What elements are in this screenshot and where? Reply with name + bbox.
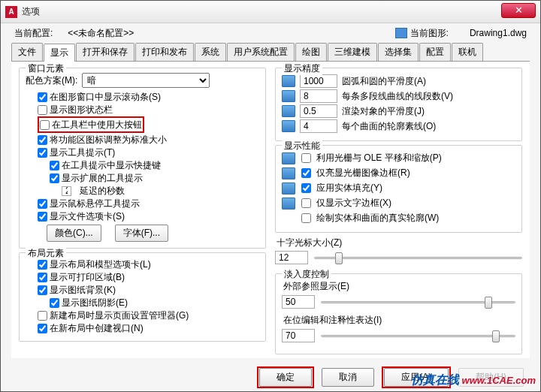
arc-smooth-input[interactable] [300,74,337,88]
perf-icon [282,152,295,164]
perf-icon [282,167,295,179]
show-statusbar-label: 显示图形状态栏 [50,104,113,116]
precision-icon [282,120,295,132]
precision-icon [282,75,295,87]
text-frame-checkbox[interactable] [301,198,311,208]
solid-fill-checkbox[interactable] [301,183,311,193]
group-title: 窗口元素 [26,62,66,75]
render-smooth-input[interactable] [300,104,337,118]
show-ext-tip-checkbox[interactable] [50,173,59,183]
raster-ole-checkbox[interactable] [301,153,311,163]
contour-input[interactable] [300,119,337,133]
font-button[interactable]: 字体(F)... [115,225,168,242]
edit-label: 在位编辑和注释性表达(I) [283,314,515,327]
page-setup-checkbox[interactable] [38,311,47,321]
profile-label: 当前配置: [14,27,53,40]
show-shortcut-label: 在工具提示中显示快捷键 [62,159,161,171]
display-precision-group: 显示精度 圆弧和圆的平滑度(A) 每条多段线曲线的线段数(V) 渲染对象的平滑度… [275,68,522,141]
show-print-label: 显示可打印区域(B) [50,271,125,283]
tab-5[interactable]: 用户系统配置 [227,43,295,61]
group-title: 显示性能 [282,140,322,152]
resize-ribbon-label: 将功能区图标调整为标准大小 [50,134,167,146]
text-frame-label: 仅显示文字边框(X) [316,197,391,210]
perf-icon [282,182,295,194]
show-tooltips-label: 显示工具提示(T) [50,146,115,158]
close-button[interactable]: ✕ [501,3,536,18]
solid-fill-label: 应用实体填充(Y) [316,182,382,194]
show-scroll-checkbox[interactable] [38,92,47,102]
drawing-label: 当前图形: [410,27,449,40]
raster-frame-label: 仅亮显光栅图像边框(R) [316,167,410,179]
large-buttons-label: 在工具栏中使用大按钮 [52,119,142,131]
show-file-tabs-label: 显示文件选项卡(S) [50,210,125,222]
contour-label: 每个曲面的轮廓素线(O) [342,120,436,133]
delay-input[interactable] [62,186,71,196]
raster-frame-checkbox[interactable] [301,168,311,178]
true-silhouette-label: 绘制实体和曲面的真实轮廓(W) [316,212,439,225]
true-silhouette-checkbox[interactable] [301,213,311,223]
crosshair-input[interactable] [275,251,308,264]
tab-1[interactable]: 显示 [44,44,75,62]
window-title: 选项 [22,5,40,18]
create-vp-label: 在新布局中创建视口(N) [50,322,144,334]
window-elements-group: 窗口元素 配色方案(M): 暗 在图形窗口中显示滚动条(S) 显示图形状态栏 在… [19,68,266,249]
xref-slider[interactable] [321,294,515,309]
precision-icon [282,90,295,102]
render-smooth-label: 渲染对象的平滑度(J) [342,105,425,118]
perf-icon [282,198,295,210]
group-title: 显示精度 [282,62,322,75]
tab-7[interactable]: 三维建模 [328,43,377,61]
show-tabs-checkbox[interactable] [38,260,47,270]
tab-4[interactable]: 系统 [195,43,226,61]
show-shadow-checkbox[interactable] [50,298,59,308]
show-shadow-label: 显示图纸阴影(E) [62,297,128,309]
group-title: 布局元素 [26,247,66,260]
resize-ribbon-checkbox[interactable] [38,135,47,145]
show-tabs-label: 显示布局和模型选项卡(L) [50,258,151,270]
tab-9[interactable]: 配置 [419,43,451,61]
show-hover-checkbox[interactable] [38,199,47,209]
precision-icon [282,105,295,117]
show-statusbar-checkbox[interactable] [38,105,47,115]
drawing-icon [395,28,407,38]
scheme-select[interactable]: 暗 [82,73,210,88]
highlighted-option: 在工具栏中使用大按钮 [38,116,144,133]
show-print-checkbox[interactable] [38,273,47,282]
crosshair-title: 十字光标大小(Z) [277,237,522,249]
delay-label: 延迟的秒数 [80,185,125,197]
show-bg-checkbox[interactable] [38,285,47,295]
raster-ole-label: 利用光栅与 OLE 平移和缩放(P) [316,152,442,164]
show-bg-label: 显示图纸背景(K) [50,284,116,296]
page-setup-label: 新建布局时显示页面设置管理器(G) [50,309,189,321]
display-perf-group: 显示性能 利用光栅与 OLE 平移和缩放(P) 仅亮显光栅图像边框(R) 应用实… [275,145,522,233]
show-file-tabs-checkbox[interactable] [38,212,47,222]
tab-10[interactable]: 联机 [452,43,483,61]
tab-0[interactable]: 文件 [11,43,43,61]
cancel-button[interactable]: 取消 [322,368,374,387]
tab-8[interactable]: 选择集 [378,43,419,61]
large-buttons-checkbox[interactable] [40,120,50,130]
fade-group: 淡入度控制 外部参照显示(E) 在位编辑和注释性表达(I) [275,273,522,354]
show-scroll-label: 在图形窗口中显示滚动条(S) [50,91,161,103]
show-tooltips-checkbox[interactable] [38,148,47,158]
watermark: 仿真在线www.1CAE.com [411,372,536,388]
color-button[interactable]: 颜色(C)... [47,225,101,242]
scheme-label: 配色方案(M): [26,74,77,87]
poly-seg-label: 每条多段线曲线的线段数(V) [342,90,453,103]
arc-smooth-label: 圆弧和圆的平滑度(A) [342,75,426,88]
ok-button[interactable]: 确定 [259,368,312,387]
tab-6[interactable]: 绘图 [295,43,327,61]
crosshair-slider[interactable] [314,250,522,265]
tab-3[interactable]: 打印和发布 [135,43,194,61]
edit-input[interactable] [282,329,315,342]
xref-input[interactable] [282,295,315,309]
profile-value: <<未命名配置>> [68,27,134,40]
edit-slider[interactable] [321,328,515,343]
tab-2[interactable]: 打开和保存 [76,43,134,61]
create-vp-checkbox[interactable] [38,324,47,333]
drawing-value: Drawing1.dwg [470,28,527,38]
app-icon: A [5,6,17,18]
show-shortcut-checkbox[interactable] [50,161,59,170]
show-ext-tip-label: 显示扩展的工具提示 [62,172,143,184]
poly-seg-input[interactable] [300,89,337,103]
